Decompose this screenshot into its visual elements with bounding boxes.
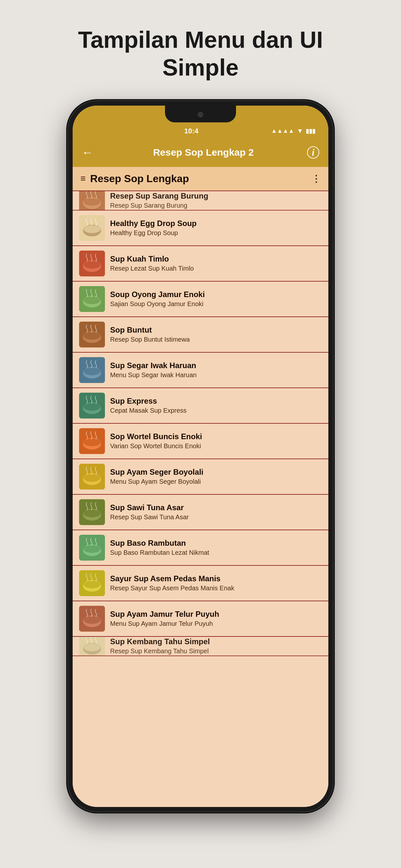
list-item[interactable]: Sup Segar Iwak HaruanMenu Sup Segar Iwak… [73, 352, 328, 388]
recipe-text: Sop BuntutResep Sop Buntut Istimewa [110, 326, 322, 343]
headline-line1: Tampilan Menu dan UI [78, 27, 323, 53]
recipe-thumb [79, 499, 105, 525]
recipe-sub: Healthy Egg Drop Soup [110, 229, 322, 237]
list-item[interactable]: Sup Ayam Seger BoyolaliMenu Sup Ayam Seg… [73, 459, 328, 495]
recipe-sub: Menu Sup Ayam Seger Boyolali [110, 478, 322, 485]
headline-line2: Simple [162, 55, 239, 81]
list-item[interactable]: Sop BuntutResep Sop Buntut Istimewa [73, 317, 328, 352]
list-item[interactable]: Sop Wortel Buncis EnokiVarian Sop Wortel… [73, 424, 328, 459]
recipe-name: Soup Oyong Jamur Enoki [110, 290, 322, 299]
recipe-sub: Sajian Soup Oyong Jamur Enoki [110, 300, 322, 308]
svg-point-2 [84, 198, 100, 206]
recipe-sub: Resep Lezat Sup Kuah Timlo [110, 265, 322, 272]
svg-point-38 [84, 616, 100, 624]
recipe-sub: Varian Sop Wortel Buncis Enoki [110, 442, 322, 450]
recipe-text: Sup Sawi Tuna AsarResep Sup Sawi Tuna As… [110, 503, 322, 521]
recipe-text: Sup ExpressCepat Masak Sup Express [110, 397, 322, 414]
list-item[interactable]: Resep Sup Sarang BurungResep Sup Sarang … [73, 191, 328, 211]
recipe-thumb [79, 606, 105, 631]
recipe-text: Sop Wortel Buncis EnokiVarian Sop Wortel… [110, 432, 322, 450]
list-item[interactable]: Soup Oyong Jamur EnokiSajian Soup Oyong … [73, 282, 328, 317]
svg-point-20 [84, 403, 100, 411]
list-item[interactable]: Sup ExpressCepat Masak Sup Express [73, 388, 328, 424]
recipe-sub: Menu Sup Ayam Jamur Telur Puyuh [110, 620, 322, 627]
recipe-name: Resep Sup Sarang Burung [110, 191, 322, 200]
recipe-thumb [79, 535, 105, 561]
recipe-name: Sup Segar Iwak Haruan [110, 361, 322, 370]
recipe-text: Sup Baso RambutanSup Baso Rambutan Lezat… [110, 538, 322, 556]
recipe-name: Sop Buntut [110, 326, 322, 335]
svg-point-17 [84, 368, 100, 375]
topbar-title: Resep Sop Lengkap 2 [100, 147, 307, 158]
recipe-sub: Resep Sayur Sup Asem Pedas Manis Enak [110, 585, 322, 592]
more-icon[interactable]: ⋮ [312, 174, 320, 184]
recipe-text: Sup Ayam Seger BoyolaliMenu Sup Ayam Seg… [110, 468, 322, 485]
svg-point-11 [84, 297, 100, 304]
recipe-text: Soup Oyong Jamur EnokiSajian Soup Oyong … [110, 290, 322, 308]
list-header-title: Resep Sop Lengkap [90, 173, 189, 185]
recipe-name: Healthy Egg Drop Soup [110, 219, 322, 228]
recipe-name: Sup Kuah Timlo [110, 254, 322, 264]
recipe-sub: Resep Sup Kembang Tahu Simpel [110, 647, 322, 655]
battery-icon: ▮▮▮ [306, 128, 315, 135]
recipe-text: Sup Kuah TimloResep Lezat Sup Kuah Timlo [110, 254, 322, 272]
page-headline: Tampilan Menu dan UI Simple [78, 26, 323, 82]
recipe-name: Sup Express [110, 397, 322, 406]
recipe-sub: Menu Sup Segar Iwak Haruan [110, 371, 322, 379]
list-item[interactable]: Sup Kuah TimloResep Lezat Sup Kuah Timlo [73, 246, 328, 282]
status-bar: 10:4 ▲▲▲▲ ▼ ▮▮▮ [82, 127, 319, 135]
recipe-text: Sayur Sup Asem Pedas ManisResep Sayur Su… [110, 574, 322, 592]
hamburger-icon[interactable]: ≡ [81, 174, 86, 184]
recipe-name: Sup Ayam Jamur Telur Puyuh [110, 610, 322, 619]
recipe-sub: Sup Baso Rambutan Lezat Nikmat [110, 549, 322, 556]
recipe-thumb [79, 251, 105, 276]
svg-point-41 [84, 644, 100, 651]
recipe-thumb [79, 570, 105, 596]
notch-cutout [165, 105, 236, 122]
recipe-thumb [79, 464, 105, 490]
svg-point-8 [84, 261, 100, 269]
recipe-thumb [79, 191, 105, 211]
recipe-name: Sup Baso Rambutan [110, 538, 322, 548]
list-item[interactable]: Sup Sawi Tuna AsarResep Sup Sawi Tuna As… [73, 495, 328, 530]
recipe-sub: Resep Sup Sawi Tuna Asar [110, 514, 322, 521]
notch-area: 10:4 ▲▲▲▲ ▼ ▮▮▮ [73, 105, 328, 138]
recipe-thumb [79, 215, 105, 241]
svg-point-14 [84, 332, 100, 340]
list-item[interactable]: Sup Baso RambutanSup Baso Rambutan Lezat… [73, 530, 328, 566]
info-button[interactable]: i [307, 146, 319, 159]
recipe-list[interactable]: Resep Sup Sarang BurungResep Sup Sarang … [73, 191, 328, 807]
recipe-text: Sup Segar Iwak HaruanMenu Sup Segar Iwak… [110, 361, 322, 379]
recipe-name: Sup Kembang Tahu Simpel [110, 637, 322, 646]
status-icons: ▲▲▲▲ ▼ ▮▮▮ [271, 127, 315, 135]
recipe-name: Sup Sawi Tuna Asar [110, 503, 322, 512]
recipe-text: Resep Sup Sarang BurungResep Sup Sarang … [110, 191, 322, 209]
phone-screen: 10:4 ▲▲▲▲ ▼ ▮▮▮ ← Resep Sop Lengkap 2 i … [73, 105, 328, 807]
list-item[interactable]: Healthy Egg Drop SoupHealthy Egg Drop So… [73, 211, 328, 246]
svg-point-23 [84, 438, 100, 446]
phone-mockup: 10:4 ▲▲▲▲ ▼ ▮▮▮ ← Resep Sop Lengkap 2 i … [68, 101, 333, 811]
list-header: ≡ Resep Sop Lengkap ⋮ [73, 167, 328, 191]
camera-dot [198, 112, 203, 117]
list-item[interactable]: Sup Kembang Tahu SimpelResep Sup Kembang… [73, 637, 328, 656]
recipe-sub: Resep Sop Buntut Istimewa [110, 336, 322, 343]
recipe-thumb [79, 357, 105, 383]
recipe-thumb [79, 393, 105, 418]
recipe-name: Sop Wortel Buncis Enoki [110, 432, 322, 441]
svg-point-26 [84, 474, 100, 482]
back-button[interactable]: ← [82, 146, 93, 159]
svg-point-29 [84, 509, 100, 517]
recipe-text: Sup Ayam Jamur Telur PuyuhMenu Sup Ayam … [110, 610, 322, 627]
recipe-thumb [79, 321, 105, 347]
wifi-icon: ▼ [297, 127, 303, 135]
recipe-thumb [79, 428, 105, 454]
recipe-text: Healthy Egg Drop SoupHealthy Egg Drop So… [110, 219, 322, 237]
svg-point-5 [84, 225, 100, 233]
recipe-sub: Cepat Masak Sup Express [110, 407, 322, 414]
svg-point-32 [84, 545, 100, 553]
list-item[interactable]: Sup Ayam Jamur Telur PuyuhMenu Sup Ayam … [73, 601, 328, 637]
recipe-thumb [79, 637, 105, 656]
recipe-thumb [79, 286, 105, 312]
recipe-name: Sayur Sup Asem Pedas Manis [110, 574, 322, 583]
list-item[interactable]: Sayur Sup Asem Pedas ManisResep Sayur Su… [73, 566, 328, 601]
